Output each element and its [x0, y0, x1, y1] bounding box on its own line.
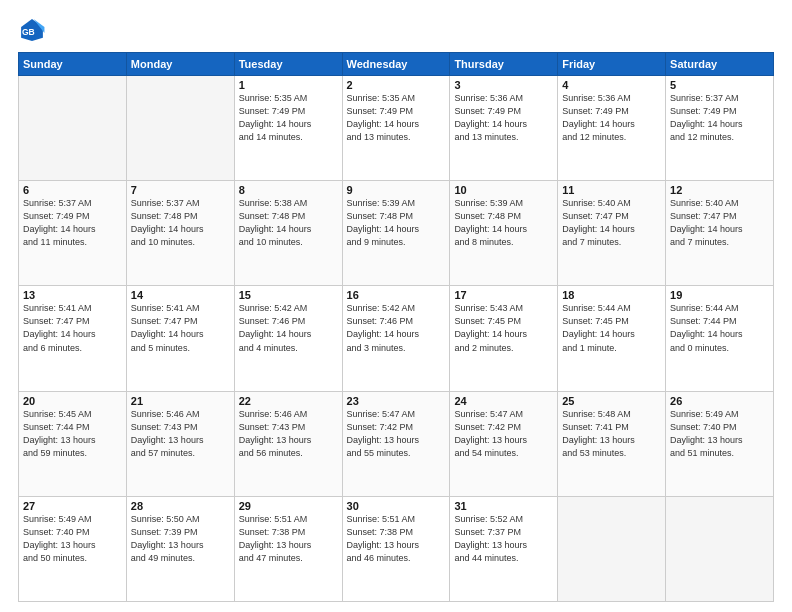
week-row-1: 1Sunrise: 5:35 AM Sunset: 7:49 PM Daylig…: [19, 76, 774, 181]
day-cell: 18Sunrise: 5:44 AM Sunset: 7:45 PM Dayli…: [558, 286, 666, 391]
day-cell: 27Sunrise: 5:49 AM Sunset: 7:40 PM Dayli…: [19, 496, 127, 601]
day-cell: 4Sunrise: 5:36 AM Sunset: 7:49 PM Daylig…: [558, 76, 666, 181]
day-cell: [19, 76, 127, 181]
day-cell: 7Sunrise: 5:37 AM Sunset: 7:48 PM Daylig…: [126, 181, 234, 286]
day-cell: 21Sunrise: 5:46 AM Sunset: 7:43 PM Dayli…: [126, 391, 234, 496]
day-info: Sunrise: 5:43 AM Sunset: 7:45 PM Dayligh…: [454, 302, 553, 354]
day-cell: 1Sunrise: 5:35 AM Sunset: 7:49 PM Daylig…: [234, 76, 342, 181]
day-info: Sunrise: 5:47 AM Sunset: 7:42 PM Dayligh…: [347, 408, 446, 460]
day-info: Sunrise: 5:45 AM Sunset: 7:44 PM Dayligh…: [23, 408, 122, 460]
day-cell: 24Sunrise: 5:47 AM Sunset: 7:42 PM Dayli…: [450, 391, 558, 496]
day-info: Sunrise: 5:46 AM Sunset: 7:43 PM Dayligh…: [239, 408, 338, 460]
day-number: 20: [23, 395, 122, 407]
weekday-header-saturday: Saturday: [666, 53, 774, 76]
day-info: Sunrise: 5:39 AM Sunset: 7:48 PM Dayligh…: [347, 197, 446, 249]
day-number: 29: [239, 500, 338, 512]
logo: GB: [18, 16, 50, 44]
day-info: Sunrise: 5:44 AM Sunset: 7:45 PM Dayligh…: [562, 302, 661, 354]
day-cell: 6Sunrise: 5:37 AM Sunset: 7:49 PM Daylig…: [19, 181, 127, 286]
day-number: 1: [239, 79, 338, 91]
day-info: Sunrise: 5:42 AM Sunset: 7:46 PM Dayligh…: [239, 302, 338, 354]
day-cell: 23Sunrise: 5:47 AM Sunset: 7:42 PM Dayli…: [342, 391, 450, 496]
day-info: Sunrise: 5:37 AM Sunset: 7:49 PM Dayligh…: [670, 92, 769, 144]
weekday-header-sunday: Sunday: [19, 53, 127, 76]
day-number: 13: [23, 289, 122, 301]
day-info: Sunrise: 5:40 AM Sunset: 7:47 PM Dayligh…: [670, 197, 769, 249]
day-info: Sunrise: 5:41 AM Sunset: 7:47 PM Dayligh…: [131, 302, 230, 354]
day-info: Sunrise: 5:47 AM Sunset: 7:42 PM Dayligh…: [454, 408, 553, 460]
day-number: 17: [454, 289, 553, 301]
day-number: 15: [239, 289, 338, 301]
day-number: 6: [23, 184, 122, 196]
day-number: 2: [347, 79, 446, 91]
weekday-header-tuesday: Tuesday: [234, 53, 342, 76]
day-info: Sunrise: 5:36 AM Sunset: 7:49 PM Dayligh…: [562, 92, 661, 144]
day-cell: 22Sunrise: 5:46 AM Sunset: 7:43 PM Dayli…: [234, 391, 342, 496]
day-cell: 19Sunrise: 5:44 AM Sunset: 7:44 PM Dayli…: [666, 286, 774, 391]
day-number: 3: [454, 79, 553, 91]
day-number: 12: [670, 184, 769, 196]
weekday-header-friday: Friday: [558, 53, 666, 76]
week-row-5: 27Sunrise: 5:49 AM Sunset: 7:40 PM Dayli…: [19, 496, 774, 601]
day-info: Sunrise: 5:52 AM Sunset: 7:37 PM Dayligh…: [454, 513, 553, 565]
day-cell: [126, 76, 234, 181]
day-number: 28: [131, 500, 230, 512]
day-number: 27: [23, 500, 122, 512]
day-info: Sunrise: 5:35 AM Sunset: 7:49 PM Dayligh…: [239, 92, 338, 144]
day-cell: 30Sunrise: 5:51 AM Sunset: 7:38 PM Dayli…: [342, 496, 450, 601]
day-info: Sunrise: 5:51 AM Sunset: 7:38 PM Dayligh…: [347, 513, 446, 565]
day-cell: 12Sunrise: 5:40 AM Sunset: 7:47 PM Dayli…: [666, 181, 774, 286]
day-number: 16: [347, 289, 446, 301]
day-cell: 2Sunrise: 5:35 AM Sunset: 7:49 PM Daylig…: [342, 76, 450, 181]
day-cell: 26Sunrise: 5:49 AM Sunset: 7:40 PM Dayli…: [666, 391, 774, 496]
day-info: Sunrise: 5:39 AM Sunset: 7:48 PM Dayligh…: [454, 197, 553, 249]
day-cell: 15Sunrise: 5:42 AM Sunset: 7:46 PM Dayli…: [234, 286, 342, 391]
day-info: Sunrise: 5:49 AM Sunset: 7:40 PM Dayligh…: [670, 408, 769, 460]
day-info: Sunrise: 5:35 AM Sunset: 7:49 PM Dayligh…: [347, 92, 446, 144]
week-row-3: 13Sunrise: 5:41 AM Sunset: 7:47 PM Dayli…: [19, 286, 774, 391]
day-cell: [666, 496, 774, 601]
day-number: 23: [347, 395, 446, 407]
day-info: Sunrise: 5:49 AM Sunset: 7:40 PM Dayligh…: [23, 513, 122, 565]
weekday-header-thursday: Thursday: [450, 53, 558, 76]
calendar-table: SundayMondayTuesdayWednesdayThursdayFrid…: [18, 52, 774, 602]
day-info: Sunrise: 5:46 AM Sunset: 7:43 PM Dayligh…: [131, 408, 230, 460]
day-cell: 5Sunrise: 5:37 AM Sunset: 7:49 PM Daylig…: [666, 76, 774, 181]
weekday-header-monday: Monday: [126, 53, 234, 76]
day-cell: 16Sunrise: 5:42 AM Sunset: 7:46 PM Dayli…: [342, 286, 450, 391]
day-info: Sunrise: 5:36 AM Sunset: 7:49 PM Dayligh…: [454, 92, 553, 144]
day-info: Sunrise: 5:40 AM Sunset: 7:47 PM Dayligh…: [562, 197, 661, 249]
day-info: Sunrise: 5:37 AM Sunset: 7:49 PM Dayligh…: [23, 197, 122, 249]
day-cell: 9Sunrise: 5:39 AM Sunset: 7:48 PM Daylig…: [342, 181, 450, 286]
day-number: 21: [131, 395, 230, 407]
day-number: 18: [562, 289, 661, 301]
day-number: 5: [670, 79, 769, 91]
day-cell: 10Sunrise: 5:39 AM Sunset: 7:48 PM Dayli…: [450, 181, 558, 286]
day-number: 24: [454, 395, 553, 407]
day-info: Sunrise: 5:44 AM Sunset: 7:44 PM Dayligh…: [670, 302, 769, 354]
day-number: 25: [562, 395, 661, 407]
day-info: Sunrise: 5:48 AM Sunset: 7:41 PM Dayligh…: [562, 408, 661, 460]
day-cell: 28Sunrise: 5:50 AM Sunset: 7:39 PM Dayli…: [126, 496, 234, 601]
day-number: 10: [454, 184, 553, 196]
day-number: 26: [670, 395, 769, 407]
day-cell: 17Sunrise: 5:43 AM Sunset: 7:45 PM Dayli…: [450, 286, 558, 391]
day-number: 19: [670, 289, 769, 301]
day-cell: 3Sunrise: 5:36 AM Sunset: 7:49 PM Daylig…: [450, 76, 558, 181]
day-number: 7: [131, 184, 230, 196]
day-cell: 13Sunrise: 5:41 AM Sunset: 7:47 PM Dayli…: [19, 286, 127, 391]
day-cell: 20Sunrise: 5:45 AM Sunset: 7:44 PM Dayli…: [19, 391, 127, 496]
day-number: 4: [562, 79, 661, 91]
day-info: Sunrise: 5:51 AM Sunset: 7:38 PM Dayligh…: [239, 513, 338, 565]
day-number: 11: [562, 184, 661, 196]
day-info: Sunrise: 5:37 AM Sunset: 7:48 PM Dayligh…: [131, 197, 230, 249]
day-number: 30: [347, 500, 446, 512]
day-number: 9: [347, 184, 446, 196]
day-info: Sunrise: 5:38 AM Sunset: 7:48 PM Dayligh…: [239, 197, 338, 249]
weekday-header-wednesday: Wednesday: [342, 53, 450, 76]
header: GB: [18, 16, 774, 44]
day-number: 8: [239, 184, 338, 196]
day-number: 14: [131, 289, 230, 301]
day-number: 31: [454, 500, 553, 512]
day-cell: 14Sunrise: 5:41 AM Sunset: 7:47 PM Dayli…: [126, 286, 234, 391]
